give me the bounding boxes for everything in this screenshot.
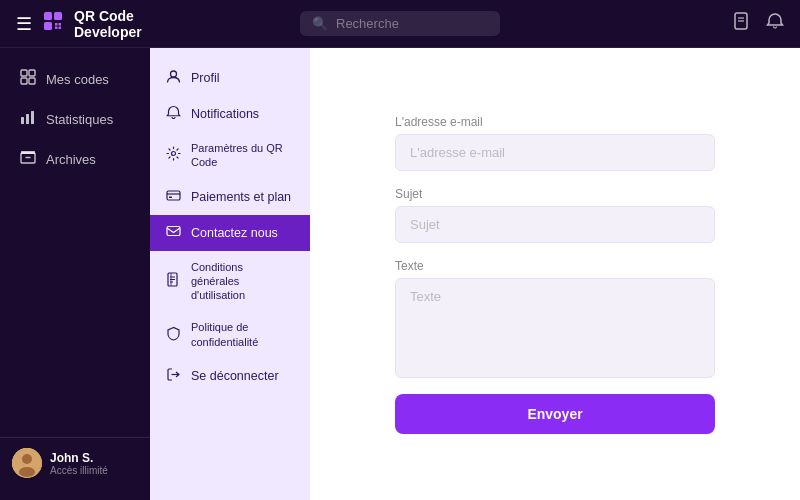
email-field[interactable] <box>395 134 715 171</box>
svg-point-22 <box>19 467 35 477</box>
subject-field[interactable] <box>395 206 715 243</box>
search-icon: 🔍 <box>312 16 328 31</box>
submenu-item-deconnecter[interactable]: Se déconnecter <box>150 358 310 394</box>
user-name: John S. <box>50 451 108 465</box>
email-label: L'adresse e-mail <box>395 115 715 129</box>
topbar-left: ☰ QR Code Developer <box>16 8 166 40</box>
user-text: John S. Accès illimité <box>50 451 108 476</box>
topbar-right <box>634 12 784 35</box>
submenu-label-politique: Politique de confidentialité <box>191 320 294 349</box>
text-label: Texte <box>395 259 715 273</box>
svg-point-23 <box>171 71 177 77</box>
content-area: L'adresse e-mail Sujet Texte Envoyer <box>310 48 800 500</box>
doc-icon <box>166 272 181 290</box>
submenu: Profil Notifications Par <box>150 48 310 500</box>
topbar: ☰ QR Code Developer 🔍 <box>0 0 800 48</box>
svg-rect-18 <box>21 151 35 154</box>
submenu-item-profil[interactable]: Profil <box>150 60 310 96</box>
profil-icon <box>166 69 181 87</box>
svg-rect-11 <box>29 70 35 76</box>
svg-rect-28 <box>167 226 180 235</box>
svg-rect-0 <box>44 12 52 20</box>
shield-icon <box>166 326 181 344</box>
svg-rect-3 <box>55 23 58 26</box>
contact-form: L'adresse e-mail Sujet Texte Envoyer <box>395 115 715 434</box>
archives-icon <box>20 149 36 169</box>
svg-point-21 <box>22 454 32 464</box>
avatar <box>12 448 42 478</box>
sidebar-footer: John S. Accès illimité <box>0 437 150 488</box>
sidebar-nav: Mes codes Statistiques <box>0 60 150 437</box>
subject-group: Sujet <box>395 187 715 243</box>
search-input[interactable] <box>336 16 488 31</box>
settings-icon <box>166 146 181 164</box>
svg-rect-14 <box>21 117 24 124</box>
submenu-item-notifications[interactable]: Notifications <box>150 96 310 132</box>
hamburger-icon[interactable]: ☰ <box>16 13 32 35</box>
svg-rect-13 <box>29 78 35 84</box>
submenu-item-parametres[interactable]: Paramètres du QR Code <box>150 132 310 179</box>
user-info: John S. Accès illimité <box>12 448 138 478</box>
sidebar-item-statistiques[interactable]: Statistiques <box>8 100 142 138</box>
submenu-label-notifications: Notifications <box>191 107 259 121</box>
right-area: Profil Notifications Par <box>150 48 800 500</box>
svg-rect-16 <box>31 111 34 124</box>
svg-rect-15 <box>26 114 29 124</box>
sidebar-item-archives[interactable]: Archives <box>8 140 142 178</box>
svg-rect-12 <box>21 78 27 84</box>
brand-name: QR Code Developer <box>74 8 166 40</box>
sidebar: Mes codes Statistiques <box>0 48 150 500</box>
user-role: Accès illimité <box>50 465 108 476</box>
search-wrap: 🔍 <box>300 11 500 36</box>
email-group: L'adresse e-mail <box>395 115 715 171</box>
notif-icon <box>166 105 181 123</box>
sidebar-label-statistiques: Statistiques <box>46 112 113 127</box>
submenu-item-contactez[interactable]: Contactez nous <box>150 215 310 251</box>
submenu-label-profil: Profil <box>191 71 219 85</box>
sidebar-label-archives: Archives <box>46 152 96 167</box>
main-layout: Mes codes Statistiques <box>0 48 800 500</box>
svg-rect-6 <box>59 26 62 29</box>
sidebar-item-mes-codes[interactable]: Mes codes <box>8 60 142 98</box>
logo-icon <box>42 10 64 38</box>
bookmark-icon[interactable] <box>732 12 750 35</box>
avatar-initials <box>12 448 42 478</box>
svg-rect-27 <box>169 196 172 198</box>
svg-rect-1 <box>54 12 62 20</box>
text-group: Texte <box>395 259 715 378</box>
search-bar: 🔍 <box>166 11 634 36</box>
svg-point-24 <box>172 152 176 156</box>
text-field[interactable] <box>395 278 715 378</box>
submenu-label-paiements: Paiements et plan <box>191 190 291 204</box>
submenu-label-deconnecter: Se déconnecter <box>191 369 279 383</box>
submenu-item-paiements[interactable]: Paiements et plan <box>150 179 310 215</box>
payment-icon <box>166 188 181 206</box>
contact-icon <box>166 224 181 242</box>
svg-rect-10 <box>21 70 27 76</box>
svg-rect-2 <box>44 22 52 30</box>
submenu-item-politique[interactable]: Politique de confidentialité <box>150 311 310 358</box>
submenu-label-parametres: Paramètres du QR Code <box>191 141 294 170</box>
svg-rect-5 <box>55 26 58 29</box>
sidebar-label-mes-codes: Mes codes <box>46 72 109 87</box>
submenu-item-conditions[interactable]: Conditions générales d'utilisation <box>150 251 310 312</box>
submit-button[interactable]: Envoyer <box>395 394 715 434</box>
submenu-label-contactez: Contactez nous <box>191 226 278 240</box>
notification-bell-icon[interactable] <box>766 12 784 35</box>
svg-rect-4 <box>59 23 62 26</box>
subject-label: Sujet <box>395 187 715 201</box>
svg-rect-25 <box>167 191 180 200</box>
mes-codes-icon <box>20 69 36 89</box>
logout-icon <box>166 367 181 385</box>
submenu-label-conditions: Conditions générales d'utilisation <box>191 260 294 303</box>
statistiques-icon <box>20 109 36 129</box>
